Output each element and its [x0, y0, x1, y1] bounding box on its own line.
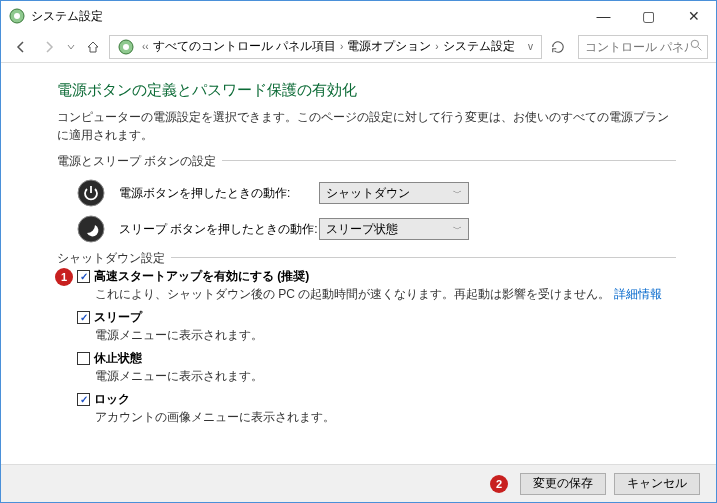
sleep-desc: 電源メニューに表示されます。: [77, 326, 676, 344]
refresh-button[interactable]: [546, 35, 570, 59]
breadcrumb-level-0[interactable]: すべてのコントロール パネル項目: [153, 38, 336, 55]
lock-label: ロック: [94, 391, 130, 408]
fast-startup-link[interactable]: 詳細情報: [614, 287, 662, 301]
shutdown-legend: シャットダウン設定: [57, 250, 171, 267]
history-dropdown[interactable]: [65, 35, 77, 59]
svg-line-5: [698, 47, 701, 50]
save-button[interactable]: 変更の保存: [520, 473, 606, 495]
power-icon: [77, 179, 105, 207]
page-heading: 電源ボタンの定義とパスワード保護の有効化: [57, 81, 676, 100]
close-button[interactable]: ✕: [671, 1, 716, 31]
breadcrumb-bar[interactable]: ‹‹ すべてのコントロール パネル項目 › 電源オプション › システム設定 v: [109, 35, 542, 59]
lock-checkbox[interactable]: [77, 393, 90, 406]
svg-point-1: [14, 13, 20, 19]
page-subtitle: コンピューターの電源設定を選択できます。このページの設定に対して行う変更は、お使…: [57, 108, 676, 144]
svg-point-4: [691, 40, 698, 47]
back-button[interactable]: [9, 35, 33, 59]
minimize-button[interactable]: —: [581, 1, 626, 31]
fast-startup-label: 高速スタートアップを有効にする (推奨): [94, 268, 309, 285]
hibernate-label: 休止状態: [94, 350, 142, 367]
hibernate-desc: 電源メニューに表示されます。: [77, 367, 676, 385]
footer: 2 変更の保存 キャンセル: [1, 464, 716, 502]
window-controls: — ▢ ✕: [581, 1, 716, 31]
annotation-2: 2: [490, 475, 508, 493]
sleep-item: スリープ 電源メニューに表示されます。: [77, 309, 676, 344]
lock-item: ロック アカウントの画像メニューに表示されます。: [77, 391, 676, 426]
breadcrumb-sep: ‹‹: [142, 41, 149, 52]
sleep-button-select[interactable]: スリープ状態 ﹀: [319, 218, 469, 240]
toolbar: ‹‹ すべてのコントロール パネル項目 › 電源オプション › システム設定 v: [1, 31, 716, 63]
app-icon: [9, 8, 25, 24]
content-area: 電源ボタンの定義とパスワード保護の有効化 コンピューターの電源設定を選択できます…: [1, 63, 716, 450]
chevron-right-icon: ›: [340, 41, 343, 52]
search-icon[interactable]: [690, 39, 703, 55]
sleep-icon: [77, 215, 105, 243]
svg-point-3: [123, 44, 129, 50]
fast-startup-desc: これにより、シャットダウン後の PC の起動時間が速くなります。再起動は影響を受…: [77, 285, 676, 303]
cancel-button[interactable]: キャンセル: [614, 473, 700, 495]
shutdown-group: シャットダウン設定 1 高速スタートアップを有効にする (推奨) これにより、シ…: [57, 257, 676, 426]
power-button-select[interactable]: シャットダウン ﹀: [319, 182, 469, 204]
breadcrumb-dropdown[interactable]: v: [524, 41, 537, 52]
chevron-down-icon: ﹀: [453, 223, 462, 236]
annotation-1: 1: [55, 268, 73, 286]
chevron-right-icon: ›: [435, 41, 438, 52]
fast-startup-checkbox[interactable]: [77, 270, 90, 283]
search-box[interactable]: [578, 35, 708, 59]
breadcrumb-icon: [118, 39, 134, 55]
breadcrumb-level-2[interactable]: システム設定: [443, 38, 515, 55]
sleep-button-label: スリープ ボタンを押したときの動作:: [119, 221, 319, 238]
sleep-button-row: スリープ ボタンを押したときの動作: スリープ状態 ﹀: [77, 215, 676, 243]
sleep-checkbox[interactable]: [77, 311, 90, 324]
breadcrumb-level-1[interactable]: 電源オプション: [347, 38, 431, 55]
maximize-button[interactable]: ▢: [626, 1, 671, 31]
forward-button[interactable]: [37, 35, 61, 59]
chevron-down-icon: ﹀: [453, 187, 462, 200]
hibernate-item: 休止状態 電源メニューに表示されます。: [77, 350, 676, 385]
power-buttons-legend: 電源とスリープ ボタンの設定: [57, 153, 222, 170]
sleep-label: スリープ: [94, 309, 142, 326]
sleep-button-value: スリープ状態: [326, 221, 398, 238]
window-title: システム設定: [31, 8, 581, 25]
power-button-row: 電源ボタンを押したときの動作: シャットダウン ﹀: [77, 179, 676, 207]
power-button-value: シャットダウン: [326, 185, 410, 202]
search-input[interactable]: [583, 40, 690, 54]
power-button-label: 電源ボタンを押したときの動作:: [119, 185, 319, 202]
power-buttons-group: 電源とスリープ ボタンの設定 電源ボタンを押したときの動作: シャットダウン ﹀…: [57, 160, 676, 243]
fast-startup-item: 1 高速スタートアップを有効にする (推奨) これにより、シャットダウン後の P…: [77, 268, 676, 303]
hibernate-checkbox[interactable]: [77, 352, 90, 365]
up-button[interactable]: [81, 35, 105, 59]
titlebar: システム設定 — ▢ ✕: [1, 1, 716, 31]
lock-desc: アカウントの画像メニューに表示されます。: [77, 408, 676, 426]
